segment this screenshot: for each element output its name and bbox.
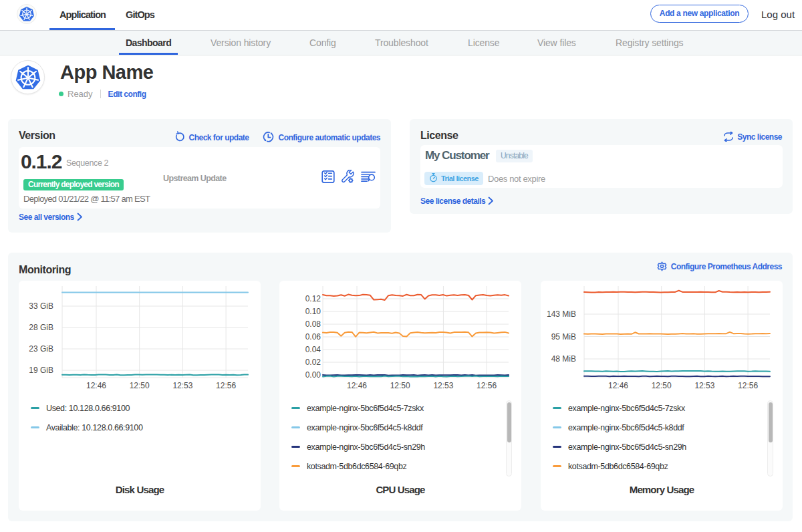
svg-text:0.06: 0.06 (305, 332, 321, 342)
svg-text:33 GiB: 33 GiB (29, 301, 53, 311)
svg-text:12:53: 12:53 (694, 381, 714, 390)
svg-text:0.10: 0.10 (305, 307, 321, 316)
svg-text:143 MiB: 143 MiB (547, 309, 576, 319)
svg-text:12:53: 12:53 (433, 381, 453, 390)
svg-text:12:56: 12:56 (216, 381, 236, 390)
svg-text:12:53: 12:53 (172, 381, 192, 390)
svg-text:12:56: 12:56 (738, 381, 758, 390)
svg-text:0.02: 0.02 (305, 358, 321, 367)
svg-text:23 GiB: 23 GiB (29, 344, 53, 354)
svg-text:0.12: 0.12 (305, 294, 321, 303)
svg-text:12:46: 12:46 (86, 381, 106, 390)
svg-text:95 MiB: 95 MiB (551, 332, 576, 342)
svg-text:28 GiB: 28 GiB (29, 323, 53, 332)
svg-text:12:46: 12:46 (347, 381, 367, 390)
svg-text:0.08: 0.08 (305, 319, 321, 329)
svg-text:0.04: 0.04 (305, 345, 321, 354)
svg-text:0.00: 0.00 (305, 370, 321, 380)
svg-text:12:50: 12:50 (130, 381, 150, 390)
svg-text:12:56: 12:56 (477, 381, 497, 390)
svg-text:12:46: 12:46 (608, 381, 628, 390)
svg-text:12:50: 12:50 (390, 381, 410, 390)
svg-text:19 GiB: 19 GiB (29, 366, 53, 375)
svg-text:48 MiB: 48 MiB (551, 354, 576, 364)
svg-text:12:50: 12:50 (652, 381, 672, 390)
